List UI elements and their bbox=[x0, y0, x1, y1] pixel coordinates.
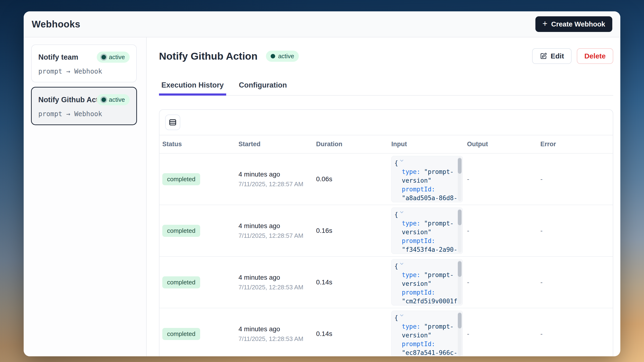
create-webhook-label: Create Webhook bbox=[551, 20, 605, 28]
error-cell: - bbox=[538, 330, 613, 338]
create-webhook-button[interactable]: + Create Webhook bbox=[536, 16, 612, 32]
table-row: completed4 minutes ago7/11/2025, 12:28:5… bbox=[160, 205, 613, 257]
detail-tabs: Execution HistoryConfiguration bbox=[159, 81, 613, 96]
table-rows-icon bbox=[168, 118, 177, 126]
column-header-started: Started bbox=[236, 135, 313, 153]
started-absolute: 7/11/2025, 12:28:53 AM bbox=[238, 284, 313, 291]
table-view-button[interactable] bbox=[165, 114, 180, 130]
status-cell: completed bbox=[160, 328, 236, 340]
input-scrollbar[interactable] bbox=[458, 157, 462, 201]
started-relative: 4 minutes ago bbox=[238, 274, 313, 281]
delete-button-label: Delete bbox=[584, 52, 606, 60]
status-badge: active bbox=[97, 94, 130, 105]
table-toolbar bbox=[160, 110, 613, 135]
table-body: completed4 minutes ago7/11/2025, 12:28:5… bbox=[160, 154, 613, 356]
input-json-viewer[interactable]: { type: "prompt- version" promptId: "a8a… bbox=[391, 156, 463, 202]
tab-execution-history[interactable]: Execution History bbox=[159, 81, 226, 95]
webhook-item-name: Notify team bbox=[38, 53, 78, 62]
input-scrollbar-thumb[interactable] bbox=[458, 158, 462, 174]
column-header-output: Output bbox=[464, 135, 538, 153]
webhook-list: Notify teamactiveprompt → WebhookNotify … bbox=[31, 44, 137, 125]
webhook-item-name: Notify Github Acti... bbox=[38, 96, 97, 104]
status-cell: completed bbox=[160, 225, 236, 237]
delete-button[interactable]: Delete bbox=[577, 48, 613, 64]
duration-cell: 0.14s bbox=[313, 330, 388, 338]
started-relative: 4 minutes ago bbox=[238, 325, 313, 333]
error-cell: - bbox=[538, 278, 613, 286]
duration-cell: 0.06s bbox=[313, 175, 388, 183]
input-scrollbar[interactable] bbox=[458, 209, 462, 253]
column-header-duration: Duration bbox=[313, 135, 388, 153]
status-badge-label: active bbox=[109, 96, 125, 104]
status-badge: completed bbox=[162, 225, 200, 237]
webhook-item-subtitle: prompt → Webhook bbox=[38, 68, 130, 75]
duration-cell: 0.16s bbox=[313, 227, 388, 234]
status-dot-icon bbox=[102, 98, 106, 102]
column-header-status: Status bbox=[160, 135, 236, 153]
input-json-viewer[interactable]: { type: "prompt- version" promptId: "ec8… bbox=[391, 311, 463, 356]
duration-cell: 0.14s bbox=[313, 278, 388, 286]
output-cell: - bbox=[464, 227, 538, 234]
chevron-down-icon[interactable] bbox=[398, 211, 404, 218]
execution-history-card: StatusStartedDurationInputOutputError co… bbox=[159, 109, 613, 356]
status-cell: completed bbox=[160, 173, 236, 185]
output-cell: - bbox=[464, 175, 538, 183]
input-cell: { type: "prompt- version" promptId: "a8a… bbox=[388, 154, 464, 205]
table-header-row: StatusStartedDurationInputOutputError bbox=[160, 135, 613, 154]
output-cell: - bbox=[464, 278, 538, 286]
status-dot-icon bbox=[102, 55, 106, 60]
table-row: completed4 minutes ago7/11/2025, 12:28:5… bbox=[160, 154, 613, 205]
edit-button[interactable]: Edit bbox=[532, 48, 572, 64]
started-cell: 4 minutes ago7/11/2025, 12:28:53 AM bbox=[236, 325, 313, 342]
output-cell: - bbox=[464, 330, 538, 338]
tab-configuration[interactable]: Configuration bbox=[236, 81, 289, 95]
app-header: Webhooks + Create Webhook bbox=[24, 11, 620, 38]
started-relative: 4 minutes ago bbox=[238, 170, 313, 178]
webhooks-app-window: Webhooks + Create Webhook Notify teamact… bbox=[24, 11, 620, 356]
status-badge: completed bbox=[162, 328, 200, 340]
column-header-error: Error bbox=[538, 135, 613, 153]
table-row: completed4 minutes ago7/11/2025, 12:28:5… bbox=[160, 257, 613, 308]
started-absolute: 7/11/2025, 12:28:57 AM bbox=[238, 232, 313, 240]
pencil-icon bbox=[540, 52, 547, 60]
column-header-input: Input bbox=[388, 135, 464, 153]
input-json-viewer[interactable]: { type: "prompt- version" promptId: "f34… bbox=[391, 208, 463, 254]
input-scrollbar-thumb[interactable] bbox=[458, 261, 462, 277]
input-scrollbar[interactable] bbox=[458, 312, 462, 356]
chevron-down-icon[interactable] bbox=[398, 160, 404, 166]
table-row: completed4 minutes ago7/11/2025, 12:28:5… bbox=[160, 308, 613, 356]
started-cell: 4 minutes ago7/11/2025, 12:28:57 AM bbox=[236, 170, 313, 188]
chevron-down-icon[interactable] bbox=[398, 263, 404, 270]
chevron-down-icon[interactable] bbox=[398, 314, 404, 321]
input-scrollbar-thumb[interactable] bbox=[458, 210, 462, 225]
page-title: Webhooks bbox=[32, 19, 80, 30]
started-cell: 4 minutes ago7/11/2025, 12:28:53 AM bbox=[236, 274, 313, 291]
input-cell: { type: "prompt- version" promptId: "ec8… bbox=[388, 308, 464, 356]
plus-icon: + bbox=[542, 20, 548, 28]
input-cell: { type: "prompt- version" promptId: "cm2… bbox=[388, 257, 464, 308]
status-badge: active bbox=[97, 52, 130, 63]
status-badge: completed bbox=[162, 173, 200, 185]
webhook-sidebar: Notify teamactiveprompt → WebhookNotify … bbox=[24, 38, 147, 356]
webhook-detail-panel: Notify Github Action active bbox=[147, 38, 620, 356]
webhook-detail-title: Notify Github Action bbox=[159, 50, 258, 62]
started-relative: 4 minutes ago bbox=[238, 222, 313, 230]
status-badge-label: active bbox=[109, 54, 125, 61]
edit-button-label: Edit bbox=[550, 52, 564, 60]
status-badge-label: active bbox=[278, 52, 294, 60]
status-dot-icon bbox=[271, 54, 275, 58]
input-cell: { type: "prompt- version" promptId: "f34… bbox=[388, 205, 464, 256]
started-absolute: 7/11/2025, 12:28:57 AM bbox=[238, 180, 313, 188]
input-scrollbar[interactable] bbox=[458, 260, 462, 304]
started-cell: 4 minutes ago7/11/2025, 12:28:57 AM bbox=[236, 222, 313, 240]
started-absolute: 7/11/2025, 12:28:53 AM bbox=[238, 335, 313, 342]
webhook-list-item[interactable]: Notify Github Acti...activeprompt → Webh… bbox=[31, 87, 137, 125]
status-badge: completed bbox=[162, 276, 200, 288]
error-cell: - bbox=[538, 227, 613, 234]
error-cell: - bbox=[538, 175, 613, 183]
input-scrollbar-thumb[interactable] bbox=[458, 313, 462, 328]
status-badge: active bbox=[266, 51, 299, 62]
input-json-viewer[interactable]: { type: "prompt- version" promptId: "cm2… bbox=[391, 259, 463, 306]
webhook-item-subtitle: prompt → Webhook bbox=[38, 110, 130, 118]
webhook-list-item[interactable]: Notify teamactiveprompt → Webhook bbox=[31, 44, 137, 82]
